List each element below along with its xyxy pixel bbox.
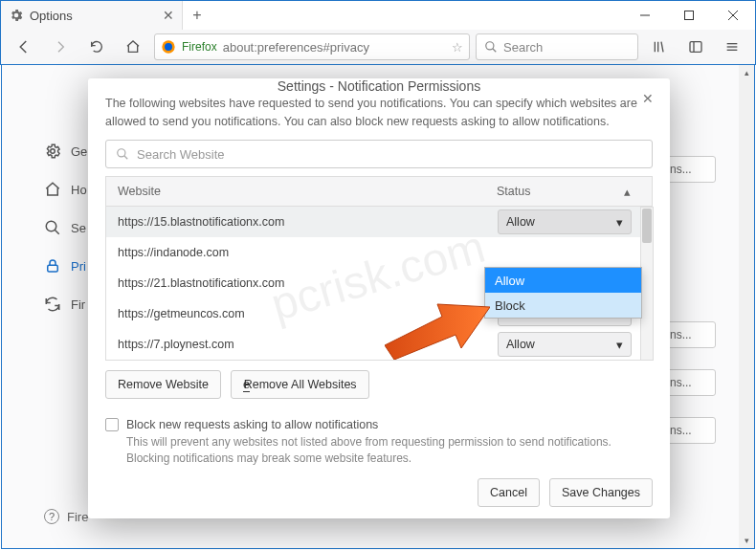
new-tab-button[interactable]: + <box>183 1 211 30</box>
svg-line-7 <box>493 49 497 53</box>
library-button[interactable] <box>644 33 675 60</box>
header-status[interactable]: Status ▴ <box>497 185 640 199</box>
close-window-button[interactable] <box>711 1 755 30</box>
cancel-button[interactable]: Cancel <box>478 478 540 507</box>
lock-icon <box>44 257 61 275</box>
svg-line-10 <box>661 42 663 53</box>
status-dropdown-menu: Allow Block <box>484 267 642 319</box>
remove-all-websites-button[interactable]: eRemove All Websites <box>231 370 369 399</box>
url-text: about:preferences#privacy <box>223 40 446 55</box>
minimize-button[interactable] <box>623 1 667 30</box>
svg-line-18 <box>55 230 59 234</box>
window-controls <box>623 1 755 30</box>
search-placeholder: Search <box>503 40 543 55</box>
status-dropdown[interactable]: Allow▾ <box>498 332 632 357</box>
table-scrollbar[interactable] <box>640 207 654 361</box>
checkbox-icon[interactable] <box>105 418 119 431</box>
url-bar[interactable]: Firefox about:preferences#privacy ☆ <box>154 33 470 60</box>
dropdown-option-allow[interactable]: Allow <box>485 268 641 293</box>
home-button[interactable] <box>118 33 148 60</box>
block-new-requests-checkbox[interactable]: Block new requests asking to allow notif… <box>105 418 653 431</box>
website-cell: https://15.blastnotificationx.com <box>118 215 498 229</box>
sidebar-help[interactable]: ? Fire <box>44 509 88 524</box>
dialog-title: Settings - Notification Permissions <box>278 78 480 94</box>
table-row[interactable]: https://indanode.com <box>106 237 653 268</box>
scroll-up-icon[interactable]: ▴ <box>739 65 754 80</box>
page-scrollbar[interactable]: ▴ ▾ <box>739 65 754 548</box>
home-icon <box>44 181 61 198</box>
settings-button-partial[interactable]: ns... <box>663 417 716 444</box>
svg-rect-19 <box>48 265 58 272</box>
svg-rect-11 <box>690 42 701 53</box>
navigation-toolbar: Firefox about:preferences#privacy ☆ Sear… <box>0 30 756 65</box>
table-row[interactable]: https://15.blastnotificationx.com Allow▾ <box>106 207 653 237</box>
tab-title: Options <box>30 9 157 23</box>
svg-marker-22 <box>385 304 490 360</box>
sidebar-item-label: Se <box>71 221 86 235</box>
settings-button-partial[interactable]: ns... <box>663 156 716 183</box>
forward-button[interactable] <box>45 33 76 60</box>
table-row[interactable]: https://7.ploynest.com Allow▾ <box>106 329 653 360</box>
bookmark-star-icon[interactable]: ☆ <box>452 40 463 55</box>
dialog-header: Settings - Notification Permissions ✕ <box>88 78 670 95</box>
sidebar-item-label: Pri <box>71 259 86 274</box>
checkbox-description: This will prevent any websites not liste… <box>126 434 653 467</box>
remove-website-button[interactable]: Remove Website <box>105 370 221 399</box>
settings-button-partial[interactable]: ns... <box>663 369 716 396</box>
reload-button[interactable] <box>81 33 112 60</box>
sidebar-item-label: Fir <box>71 297 85 312</box>
svg-point-16 <box>51 149 56 154</box>
firefox-icon <box>161 39 176 55</box>
help-label: Fire <box>67 510 88 524</box>
scroll-down-icon[interactable]: ▾ <box>739 533 754 548</box>
annotation-arrow-icon <box>385 293 490 360</box>
website-cell: https://indanode.com <box>118 246 498 259</box>
search-website-placeholder: Search Website <box>137 147 225 162</box>
search-icon <box>484 40 498 54</box>
website-cell: https://21.blastnotificationx.com <box>118 276 498 290</box>
settings-button-partial[interactable]: ns... <box>663 321 716 348</box>
search-icon <box>44 219 61 236</box>
gear-icon <box>44 143 61 160</box>
search-icon <box>116 147 129 161</box>
svg-point-17 <box>46 221 56 231</box>
svg-line-21 <box>124 156 128 160</box>
sidebar-button[interactable] <box>680 33 711 60</box>
svg-point-20 <box>118 149 125 157</box>
sync-icon <box>44 296 61 313</box>
maximize-button[interactable] <box>667 1 711 30</box>
save-changes-button[interactable]: Save Changes <box>549 478 653 507</box>
search-bar[interactable]: Search <box>476 33 638 60</box>
search-website-input[interactable]: Search Website <box>105 140 653 168</box>
sort-arrow-icon: ▴ <box>624 185 631 199</box>
gear-icon <box>9 8 24 23</box>
svg-point-6 <box>486 42 494 50</box>
identity-label: Firefox <box>182 40 217 54</box>
help-icon: ? <box>44 509 59 524</box>
title-bar: Options ✕ + <box>0 0 756 30</box>
svg-rect-1 <box>685 11 694 20</box>
menu-button[interactable] <box>717 33 747 60</box>
svg-point-5 <box>165 43 172 51</box>
checkbox-label: Block new requests asking to allow notif… <box>126 418 378 431</box>
dropdown-option-block[interactable]: Block <box>485 293 641 318</box>
right-buttons-partial: ns... ns... ns... ns... <box>663 142 716 444</box>
status-dropdown[interactable]: Allow▾ <box>498 209 632 234</box>
sidebar-item-label: Ho <box>71 183 87 197</box>
table-header: Website Status ▴ <box>105 176 653 207</box>
dialog-description: The following websites have requested to… <box>105 95 653 131</box>
chevron-down-icon: ▾ <box>616 215 623 230</box>
chevron-down-icon: ▾ <box>616 338 623 352</box>
back-button[interactable] <box>9 33 39 60</box>
header-website[interactable]: Website <box>118 185 497 198</box>
sidebar-item-label: Ge <box>71 144 87 159</box>
close-tab-icon[interactable]: ✕ <box>163 8 174 23</box>
browser-tab[interactable]: Options ✕ <box>1 1 183 30</box>
